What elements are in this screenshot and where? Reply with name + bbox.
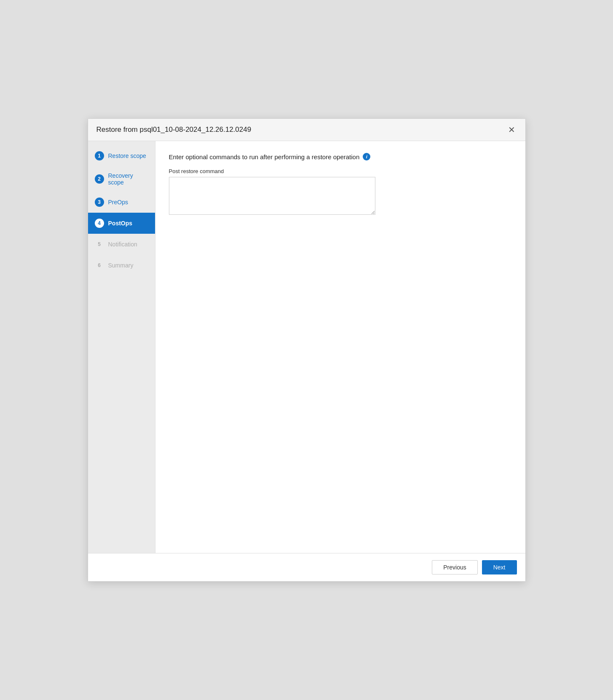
- dialog-footer: Previous Next: [88, 553, 525, 581]
- dialog-title: Restore from psql01_10-08-2024_12.26.12.…: [96, 126, 252, 134]
- sidebar-item-preops[interactable]: 3 PreOps: [88, 192, 155, 213]
- info-icon[interactable]: i: [363, 153, 370, 160]
- sidebar-label-recovery-scope: Recovery scope: [108, 172, 148, 186]
- sidebar-label-notification: Notification: [108, 241, 137, 248]
- next-button[interactable]: Next: [482, 560, 517, 574]
- step-badge-2: 2: [95, 174, 104, 184]
- sidebar-item-recovery-scope[interactable]: 2 Recovery scope: [88, 166, 155, 192]
- section-heading-text: Enter optional commands to run after per…: [169, 153, 360, 160]
- sidebar-label-summary: Summary: [108, 262, 134, 269]
- sidebar-item-postops[interactable]: 4 PostOps: [88, 213, 155, 234]
- sidebar-item-summary[interactable]: 6 Summary: [88, 255, 155, 276]
- step-badge-5: 5: [95, 240, 104, 249]
- sidebar-label-postops: PostOps: [108, 220, 133, 227]
- sidebar-label-restore-scope: Restore scope: [108, 152, 146, 159]
- post-restore-textarea[interactable]: [169, 177, 375, 215]
- previous-button[interactable]: Previous: [432, 560, 477, 574]
- sidebar-item-restore-scope[interactable]: 1 Restore scope: [88, 145, 155, 166]
- sidebar: 1 Restore scope 2 Recovery scope 3 PreOp…: [88, 141, 155, 553]
- main-content: Enter optional commands to run after per…: [155, 141, 525, 553]
- sidebar-label-preops: PreOps: [108, 199, 128, 206]
- post-restore-label: Post restore command: [169, 168, 512, 174]
- sidebar-item-notification[interactable]: 5 Notification: [88, 234, 155, 255]
- step-badge-6: 6: [95, 261, 104, 270]
- restore-dialog: Restore from psql01_10-08-2024_12.26.12.…: [88, 118, 526, 582]
- dialog-header: Restore from psql01_10-08-2024_12.26.12.…: [88, 119, 525, 141]
- close-button[interactable]: ✕: [506, 125, 517, 135]
- step-badge-1: 1: [95, 151, 104, 160]
- dialog-body: 1 Restore scope 2 Recovery scope 3 PreOp…: [88, 141, 525, 553]
- step-badge-3: 3: [95, 198, 104, 207]
- section-heading: Enter optional commands to run after per…: [169, 153, 512, 160]
- post-restore-field: Post restore command: [169, 168, 512, 216]
- step-badge-4: 4: [95, 219, 104, 228]
